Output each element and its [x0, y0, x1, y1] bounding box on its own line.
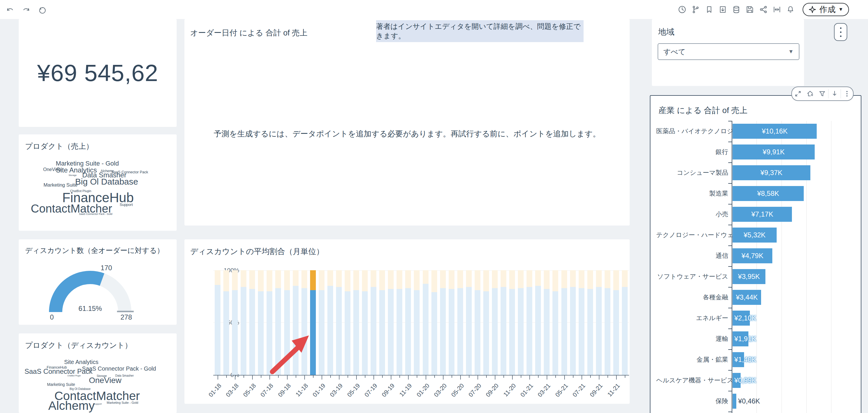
- wordcloud-word[interactable]: ChatBot Plugin: [67, 375, 81, 377]
- stacked-bar[interactable]: [440, 270, 446, 375]
- wordcloud-word[interactable]: Marketing Suite: [47, 382, 75, 387]
- stacked-bar[interactable]: [579, 270, 584, 375]
- export-button[interactable]: [717, 3, 728, 16]
- stacked-bar[interactable]: [293, 270, 299, 375]
- x-axis-tick: [235, 376, 236, 380]
- expand-chart-button[interactable]: [792, 87, 804, 100]
- drill-home-button[interactable]: [804, 87, 816, 100]
- stacked-bar[interactable]: [258, 270, 264, 375]
- stacked-bar[interactable]: [553, 270, 558, 375]
- stacked-bar[interactable]: [475, 270, 480, 375]
- wordcloud-word[interactable]: SaaS Connector Pack: [25, 367, 93, 376]
- discount-gauge[interactable]: 170 61.15% 0 278: [19, 239, 177, 325]
- stacked-bar[interactable]: [518, 270, 524, 375]
- filter-kebab-menu-button[interactable]: [834, 23, 847, 41]
- version-branch-button[interactable]: [690, 3, 701, 16]
- bookmark-button[interactable]: [704, 3, 715, 16]
- stacked-bar[interactable]: [215, 270, 220, 375]
- wordcloud-word[interactable]: Storage: [69, 174, 76, 177]
- stacked-bar[interactable]: [414, 270, 420, 375]
- stacked-bar[interactable]: [249, 270, 255, 375]
- x-axis-tick: [460, 376, 461, 380]
- stacked-bar[interactable]: [319, 270, 324, 375]
- stacked-bar[interactable]: [561, 270, 567, 375]
- chart-kebab-menu-button[interactable]: [841, 87, 853, 100]
- stacked-bar[interactable]: [379, 270, 385, 375]
- stacked-bar[interactable]: [431, 270, 437, 375]
- wordcloud-word[interactable]: Big Ol Database: [75, 177, 138, 186]
- industry-chart-plot[interactable]: 医薬品・バイオテクノロジー¥10,16K銀行¥9,91Kコンシューマ製品¥9,3…: [650, 96, 861, 413]
- x-axis-line: [213, 375, 629, 376]
- stacked-bar[interactable]: [509, 270, 515, 375]
- stacked-bar[interactable]: [302, 270, 307, 375]
- stacked-bar[interactable]: [483, 270, 489, 375]
- stacked-bar[interactable]: [223, 270, 229, 375]
- stacked-bar[interactable]: [353, 270, 359, 375]
- stacked-bar[interactable]: [345, 270, 350, 375]
- wordcloud-word[interactable]: Alchemy: [48, 399, 95, 413]
- download-chart-button[interactable]: [829, 87, 841, 100]
- stacked-bar[interactable]: [423, 270, 429, 375]
- stacked-bar[interactable]: [457, 270, 463, 375]
- kebab-dot: [840, 35, 841, 37]
- bar-value-label: ¥5,32K: [744, 231, 766, 239]
- wordcloud-word[interactable]: SaaS Connector Pack - Gold: [82, 365, 156, 372]
- stacked-bar[interactable]: [241, 270, 246, 375]
- stacked-bar[interactable]: [501, 270, 506, 375]
- save-button[interactable]: [744, 3, 755, 16]
- kpi-value: ¥69 545,62: [37, 59, 158, 87]
- wordcloud-word[interactable]: Support: [120, 203, 133, 207]
- region-select[interactable]: すべて ▼: [658, 43, 799, 60]
- stacked-bar[interactable]: [362, 270, 368, 375]
- fit-width-button[interactable]: [771, 3, 782, 16]
- stacked-bar-highlighted[interactable]: [310, 270, 316, 375]
- filter-chart-button[interactable]: [816, 87, 828, 100]
- create-button[interactable]: 作成 ▼: [803, 3, 849, 16]
- stacked-bar[interactable]: [492, 270, 498, 375]
- undo-button[interactable]: [5, 4, 16, 17]
- product-discount-wordcloud[interactable]: Site AnalyticsFinanceHubSaaS Connector P…: [19, 333, 177, 413]
- filter-title: 地域: [658, 27, 674, 37]
- forecast-empty-message: 予測を生成するには、データポイントを追加する必要があります。再試行する前に、ポイ…: [184, 129, 630, 139]
- wordcloud-word[interactable]: SaaS Connector Pack - Gold: [79, 212, 113, 215]
- stacked-bar[interactable]: [336, 270, 342, 375]
- stacked-bar[interactable]: [527, 270, 532, 375]
- restore-history-button[interactable]: [37, 4, 48, 17]
- stacked-bar[interactable]: [587, 270, 593, 375]
- x-tick-label: 05-19: [341, 382, 361, 404]
- stacked-bar[interactable]: [267, 270, 272, 375]
- stacked-bar[interactable]: [405, 270, 411, 375]
- product-sales-wordcloud[interactable]: Marketing Suite - GoldOneViewSite Analyt…: [19, 135, 177, 231]
- database-button[interactable]: [731, 3, 742, 16]
- wordcloud-word[interactable]: Site Analytics: [64, 359, 98, 365]
- stacked-bar[interactable]: [596, 270, 602, 375]
- stacked-bar[interactable]: [371, 270, 376, 375]
- stacked-bar[interactable]: [570, 270, 576, 375]
- stacked-bar[interactable]: [328, 270, 333, 375]
- stacked-bar[interactable]: [284, 270, 290, 375]
- history-clock-button[interactable]: [677, 3, 688, 16]
- wordcloud-word[interactable]: Support: [94, 403, 102, 405]
- stacked-bar[interactable]: [604, 270, 610, 375]
- notifications-button[interactable]: [785, 3, 796, 16]
- share-button[interactable]: [758, 3, 769, 16]
- x-tick-label: 03-18: [220, 382, 240, 404]
- stacked-bar[interactable]: [535, 270, 541, 375]
- stacked-bar[interactable]: [613, 270, 619, 375]
- stacked-bar[interactable]: [449, 270, 455, 375]
- stacked-bar[interactable]: [275, 270, 281, 375]
- bar-segment-discount: [570, 287, 576, 375]
- industry-bar[interactable]: [733, 394, 736, 409]
- redo-button[interactable]: [21, 4, 32, 17]
- wordcloud-word[interactable]: OneView: [89, 376, 121, 385]
- wordcloud-word[interactable]: Marketing Suite: [43, 182, 78, 188]
- stacked-bar[interactable]: [622, 270, 628, 375]
- stacked-bar[interactable]: [466, 270, 472, 375]
- stacked-bar[interactable]: [397, 270, 402, 375]
- clock-icon: [678, 5, 686, 14]
- stacked-bar[interactable]: [388, 270, 394, 375]
- wordcloud-word[interactable]: Marketing Suite - Gold: [106, 401, 138, 404]
- stacked-bar[interactable]: [544, 270, 550, 375]
- stacked-bar[interactable]: [232, 270, 238, 375]
- discount-monthly-plot[interactable]: 100% 50% 0% 01-1803-1805-1807-1809-1811-…: [213, 270, 629, 375]
